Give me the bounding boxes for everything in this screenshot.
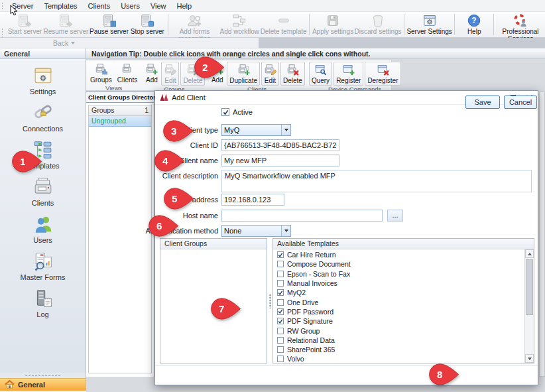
scroll-up-icon[interactable]	[525, 249, 534, 258]
directory-column-label: Groups	[91, 106, 114, 115]
checkbox-icon[interactable]	[277, 280, 284, 287]
template-item-myq2[interactable]: MyQ2	[277, 288, 524, 297]
scrollbar-thumb[interactable]	[526, 259, 533, 315]
template-item-compose-document[interactable]: Compose Document	[277, 259, 524, 269]
ribbon-clients-duplicate-button[interactable]: Duplicate	[227, 62, 260, 86]
template-item-sharepoint-365[interactable]: SharePoint 365	[277, 345, 524, 354]
client-type-select[interactable]: MyQ	[221, 124, 291, 136]
template-item-manual-invoices[interactable]: Manual Invoices	[277, 279, 524, 288]
svg-text:3: 3	[171, 125, 176, 137]
ribbon-views-clients-button[interactable]: Clients	[115, 62, 140, 84]
toolbar-server-settings-button[interactable]: Server Settings	[406, 13, 452, 36]
ribbon-clients-delete-button[interactable]: Delete	[280, 62, 305, 86]
menu-help[interactable]: Help	[172, 1, 198, 11]
cancel-button[interactable]: Cancel	[504, 96, 537, 109]
sidebar-item-settings[interactable]: Settings	[30, 66, 56, 96]
host-name-browse-button[interactable]: ...	[387, 210, 403, 222]
scroll-down-icon[interactable]	[525, 354, 534, 363]
sidebar-item-connections[interactable]: Connections	[23, 103, 63, 133]
background-scrollbar[interactable]	[539, 92, 545, 377]
svg-text:1: 1	[20, 156, 25, 167]
templates-scrollbar[interactable]	[524, 249, 534, 363]
toolbar-professional-services-button[interactable]: Professional Services	[496, 13, 545, 36]
ribbon-clients-edit-button[interactable]: Edit	[261, 62, 279, 86]
ribbon-groups-add-button[interactable]: Add	[143, 62, 160, 84]
save-button[interactable]: Save	[465, 96, 500, 109]
sidebar-item-clients[interactable]: Clients	[32, 177, 54, 207]
sidebar-bottom-general[interactable]: General	[0, 378, 86, 391]
ribbon-device-commands-deregister-button[interactable]: Deregister	[365, 62, 400, 86]
toolbar-pause-server-button[interactable]: Pause server	[89, 13, 129, 36]
server-start-icon	[17, 13, 32, 27]
toolbar-help-button[interactable]: ?Help	[457, 13, 491, 36]
toolbar-add-forms-recognition-button[interactable]: Add forms recognition	[170, 13, 219, 36]
checkbox-icon[interactable]	[277, 271, 284, 277]
add-forms-icon	[187, 13, 202, 27]
checkbox-icon[interactable]	[277, 356, 284, 362]
template-item-pdf-password[interactable]: PDF Password	[277, 307, 524, 316]
checkbox-icon[interactable]	[277, 289, 284, 296]
host-name-input[interactable]	[221, 210, 383, 222]
menu-clients[interactable]: Clients	[83, 1, 116, 11]
back-button[interactable]: Back	[49, 38, 79, 48]
menu-view[interactable]: View	[145, 1, 172, 11]
toolbar-add-workflow-button[interactable]: Add workflow	[219, 13, 260, 36]
checkbox-icon[interactable]	[277, 346, 284, 353]
active-checkbox-row[interactable]: Active	[221, 108, 253, 116]
toolbar-discard-settings-button[interactable]: Discard settings	[354, 13, 402, 36]
toolbar-stop-server-button[interactable]: Stop server	[129, 13, 165, 36]
ribbon-button-label: Delete	[283, 77, 302, 84]
add-client-dialog: Add Client Active Client type MyQ Client…	[154, 90, 538, 385]
template-item-epson-scan-to-fax[interactable]: Epson - Scan to Fax	[277, 269, 524, 279]
sidebar-item-log[interactable]: Log	[33, 289, 53, 318]
ribbon-views-groups-button[interactable]: Groups	[88, 62, 114, 84]
toolbar-button-label: Add workflow	[220, 28, 259, 35]
client-id-input[interactable]	[221, 139, 339, 151]
template-item-relational-data[interactable]: Relational Data	[277, 336, 524, 345]
sidebar-item-users[interactable]: Users	[33, 214, 53, 244]
toolbar-grip[interactable]	[1, 2, 3, 10]
master-forms-icon	[33, 251, 53, 273]
sidebar-item-label: Master Forms	[21, 273, 66, 281]
ribbon-groups-edit-button[interactable]: Edit	[161, 62, 179, 86]
ribbon-group-views: GroupsClientsViews	[88, 61, 140, 90]
checkbox-icon[interactable]	[277, 261, 284, 267]
authentication-method-select[interactable]: None	[221, 225, 291, 237]
menu-users[interactable]: Users	[115, 1, 145, 11]
client-name-input[interactable]	[221, 155, 339, 166]
directory-column-header[interactable]: Groups 1	[89, 105, 151, 116]
help-icon: ?	[467, 13, 481, 27]
checkbox-icon[interactable]	[277, 318, 284, 324]
toolbar-delete-template-button[interactable]: Delete template	[260, 13, 307, 36]
svg-text:2: 2	[202, 62, 208, 73]
main-toolbar: Start serverResume serverPause serverSto…	[0, 12, 545, 38]
ribbon-device-commands-register-button[interactable]: Register	[333, 62, 363, 86]
checkbox-icon[interactable]	[277, 328, 284, 334]
directory-row-ungrouped[interactable]: Ungrouped	[89, 116, 151, 127]
sidebar-splitter[interactable]	[0, 373, 86, 378]
checkbox-icon[interactable]	[277, 308, 284, 315]
ribbon-device-commands-query-button[interactable]: Query	[309, 62, 332, 86]
template-item-one-drive[interactable]: One Drive	[277, 297, 524, 306]
checkbox-icon[interactable]	[277, 337, 284, 344]
checkbox-icon[interactable]	[277, 251, 284, 258]
template-item-pdf-signature[interactable]: PDF Signature	[277, 316, 524, 326]
client-description-input[interactable]: MyQ Smartworkflow enabled MFP	[221, 170, 532, 192]
template-item-rw-group[interactable]: RW Group	[277, 326, 524, 335]
template-item-label: PDF Password	[287, 308, 333, 316]
toolbar-resume-server-button[interactable]: Resume server	[43, 13, 89, 36]
template-item-car-hire-return[interactable]: Car Hire Return	[277, 250, 524, 259]
active-checkbox[interactable]	[221, 108, 229, 116]
panel-splitter[interactable]	[267, 238, 272, 363]
toolbar-separator	[454, 14, 455, 35]
checkbox-icon[interactable]	[277, 299, 284, 306]
template-item-label: Epson - Scan to Fax	[287, 270, 350, 278]
sidebar-nav: SettingsConnectionsTemplatesClientsUsers…	[0, 59, 86, 373]
template-item-volvo[interactable]: Volvo	[277, 354, 524, 363]
ribbon-button-label: Query	[312, 77, 330, 84]
toolbar-apply-settings-button[interactable]: Apply settings	[312, 13, 354, 36]
sidebar-item-master-forms[interactable]: Master Forms	[21, 251, 66, 281]
query-icon	[314, 63, 327, 77]
menu-templates[interactable]: Templates	[38, 1, 82, 11]
ip-address-input[interactable]	[221, 194, 284, 206]
